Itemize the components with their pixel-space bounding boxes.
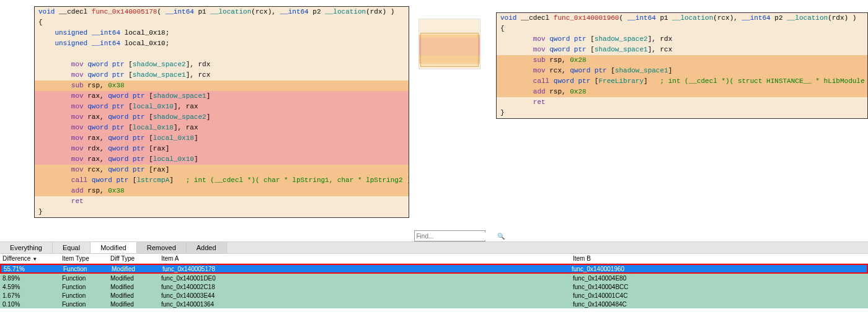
find-box: 🔍 (414, 230, 485, 241)
left-code-panel: void __cdecl func_0x140005178( __int64 p… (0, 0, 409, 241)
header-difference[interactable]: Difference ▼ (0, 255, 62, 262)
minimap[interactable] (418, 19, 480, 69)
diff-panes: void __cdecl func_0x140005178( __int64 p… (0, 0, 868, 241)
sort-desc-icon: ▼ (32, 256, 37, 262)
left-code-listing[interactable]: void __cdecl func_0x140005178( __int64 p… (34, 6, 409, 218)
table-row[interactable]: 1.67%FunctionModifiedfunc_0x140003E44fun… (0, 291, 868, 300)
find-input[interactable] (415, 232, 497, 240)
right-code-listing[interactable]: void __cdecl func_0x140001960( __int64 p… (496, 12, 868, 119)
tab-removed[interactable]: Removed (137, 242, 187, 253)
minimap-column: 🔍 (409, 0, 490, 241)
header-diff-type[interactable]: Diff Type (110, 255, 159, 262)
table-body: 55.71%FunctionModifiedfunc_0x140005178fu… (0, 264, 868, 308)
header-item-type[interactable]: Item Type (62, 255, 110, 262)
table-row[interactable]: 0.10%FunctionModifiedfunc_0x140001364fun… (0, 300, 868, 308)
header-item-b[interactable]: Item B (570, 255, 868, 262)
tab-everything[interactable]: Everything (0, 242, 53, 253)
tab-modified[interactable]: Modified (91, 242, 137, 253)
table-row[interactable]: 8.89%FunctionModifiedfunc_0x140001DE0fun… (0, 274, 868, 282)
tab-equal[interactable]: Equal (53, 242, 91, 253)
table-row[interactable]: 4.59%FunctionModifiedfunc_0x140002C18fun… (0, 282, 868, 291)
tab-added[interactable]: Added (187, 242, 227, 253)
table-header: Difference ▼ Item Type Diff Type Item A … (0, 254, 868, 264)
header-item-a[interactable]: Item A (159, 255, 570, 262)
right-code-panel: void __cdecl func_0x140001960( __int64 p… (490, 0, 868, 241)
minimap-viewport[interactable] (420, 33, 479, 67)
filter-tabs: EverythingEqualModifiedRemovedAdded (0, 241, 868, 254)
table-row[interactable]: 55.71%FunctionModifiedfunc_0x140005178fu… (0, 264, 868, 274)
